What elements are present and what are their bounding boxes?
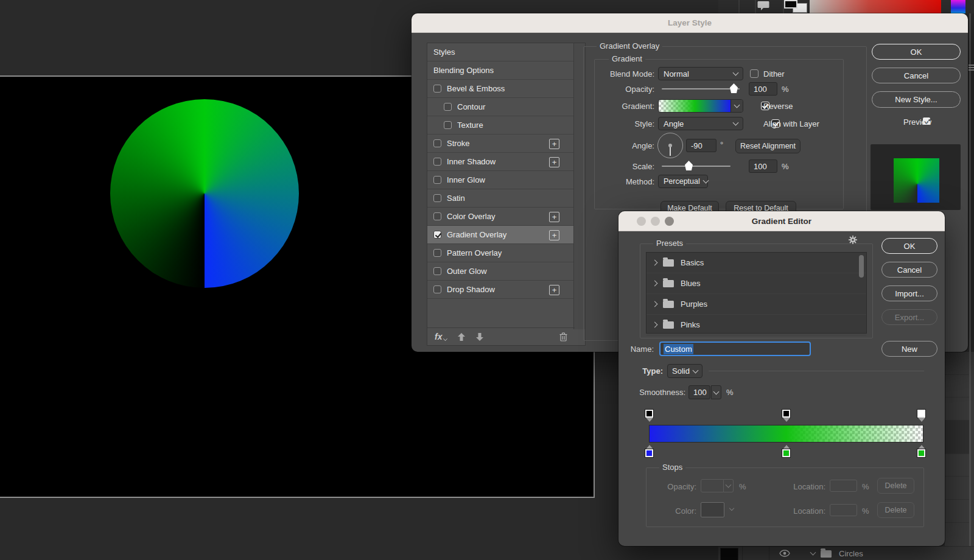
styles-list-item-color-overlay[interactable]: Color Overlay+: [427, 208, 575, 226]
ge-ok-button[interactable]: OK: [881, 238, 937, 254]
opacity-stop-100[interactable]: [917, 410, 925, 422]
blend-mode-dropdown[interactable]: Normal: [658, 67, 743, 80]
method-dropdown[interactable]: Perceptual: [658, 175, 708, 188]
opacity-stop-50[interactable]: [782, 410, 790, 422]
import-button[interactable]: Import...: [881, 285, 937, 301]
smoothness-dropdown[interactable]: [711, 385, 721, 399]
reset-alignment-button[interactable]: Reset Alignment: [735, 139, 801, 153]
color-stop-green-end[interactable]: [917, 445, 925, 457]
layer-visibility-eye-icon[interactable]: [779, 550, 790, 557]
presets-gear-menu-icon[interactable]: [849, 236, 858, 245]
preview-label: Preview: [903, 117, 931, 127]
zoom-window-icon[interactable]: [665, 217, 674, 226]
color-stop-blue[interactable]: [645, 445, 653, 457]
style-dropdown[interactable]: Angle: [658, 117, 743, 130]
delete-color-stop-button[interactable]: Delete: [877, 502, 914, 518]
smoothness-value-field[interactable]: 100: [688, 385, 710, 399]
disclosure-chevron-icon[interactable]: [652, 281, 658, 287]
close-window-icon[interactable]: [637, 217, 646, 226]
foreground-color-swatch[interactable]: [784, 0, 797, 9]
export-button[interactable]: Export...: [881, 309, 937, 325]
opacity-slider-track[interactable]: [662, 88, 740, 89]
angle-dial[interactable]: [657, 133, 683, 158]
new-style-button[interactable]: New Style...: [872, 91, 961, 108]
opacity-stop-0[interactable]: [645, 410, 653, 422]
layers-panel-group-row[interactable]: Circles: [718, 546, 974, 560]
hue-slider-strip[interactable]: [951, 0, 965, 13]
new-preset-button[interactable]: New: [881, 341, 937, 357]
disclosure-chevron-icon[interactable]: [652, 322, 658, 328]
effect-checkbox[interactable]: [444, 103, 452, 111]
gradient-picker-dropdown[interactable]: [730, 100, 743, 112]
effect-checkbox[interactable]: [433, 176, 441, 184]
presets-scrollbar[interactable]: [859, 255, 864, 278]
effect-checkbox[interactable]: [433, 285, 441, 293]
styles-list-item-drop-shadow[interactable]: Drop Shadow+: [427, 281, 575, 299]
stop-opacity-dropdown[interactable]: [724, 479, 734, 492]
move-effect-up-icon[interactable]: [457, 333, 466, 341]
styles-list-item-pattern-overlay[interactable]: Pattern Overlay: [427, 244, 575, 262]
gradient-preview-bar[interactable]: [649, 425, 923, 443]
disclosure-chevron-icon[interactable]: [652, 301, 658, 307]
opacity-value-field[interactable]: 100: [749, 82, 777, 96]
add-effect-instance-icon[interactable]: +: [549, 157, 559, 167]
effect-checkbox[interactable]: [433, 139, 441, 147]
stop-color-location-field[interactable]: [830, 504, 857, 516]
fx-menu-icon[interactable]: fx: [435, 332, 442, 341]
styles-list-item-outer-glow[interactable]: Outer Glow: [427, 262, 575, 281]
effect-checkbox[interactable]: [433, 212, 441, 220]
layer-style-titlebar[interactable]: Layer Style: [412, 13, 968, 33]
gradient-swatch-control[interactable]: [658, 99, 743, 113]
ge-cancel-button[interactable]: Cancel: [881, 262, 937, 278]
ok-button[interactable]: OK: [872, 44, 961, 60]
delete-opacity-stop-button[interactable]: Delete: [877, 478, 914, 494]
effect-checkbox[interactable]: [433, 231, 441, 239]
styles-list-item-gradient-overlay[interactable]: Gradient Overlay+: [427, 226, 575, 244]
add-effect-instance-icon[interactable]: +: [549, 285, 559, 295]
delete-effect-trash-icon[interactable]: [559, 332, 567, 341]
stop-opacity-location-field[interactable]: [830, 480, 857, 492]
effect-checkbox[interactable]: [444, 121, 452, 129]
angle-value-field[interactable]: -90: [686, 139, 716, 152]
dither-checkbox[interactable]: [750, 69, 759, 78]
effect-checkbox[interactable]: [433, 85, 441, 93]
preset-folder-row-blues[interactable]: Blues: [646, 273, 866, 294]
styles-list-item-styles[interactable]: Styles: [427, 43, 575, 61]
add-effect-instance-icon[interactable]: +: [549, 230, 559, 240]
comment-bubble-icon[interactable]: [757, 1, 769, 11]
effect-checkbox[interactable]: [433, 249, 441, 257]
disclosure-chevron-icon[interactable]: [652, 260, 658, 266]
styles-list-item-texture[interactable]: Texture: [427, 116, 575, 135]
minimize-window-icon[interactable]: [651, 217, 660, 226]
layer-group-name[interactable]: Circles: [839, 549, 863, 558]
styles-list-item-inner-shadow[interactable]: Inner Shadow+: [427, 153, 575, 171]
scale-slider-track[interactable]: [662, 166, 730, 167]
layer-thumbnail[interactable]: [720, 548, 738, 560]
color-stop-green-mid[interactable]: [782, 445, 790, 457]
styles-list-item-blending-options[interactable]: Blending Options: [427, 61, 575, 80]
panel-menu-icon[interactable]: [969, 65, 974, 72]
type-dropdown[interactable]: Solid: [667, 364, 702, 378]
add-effect-instance-icon[interactable]: +: [549, 139, 559, 149]
move-effect-down-icon[interactable]: [475, 333, 484, 341]
scale-value-field[interactable]: 100: [749, 159, 777, 173]
preset-folder-row-pinks[interactable]: Pinks: [646, 315, 866, 335]
styles-list-item-stroke[interactable]: Stroke+: [427, 135, 575, 153]
group-expand-chevron-icon[interactable]: [810, 550, 816, 556]
styles-list-item-bevel-emboss[interactable]: Bevel & Emboss: [427, 80, 575, 98]
styles-list-item-contour[interactable]: Contour: [427, 98, 575, 116]
color-saturation-ramp[interactable]: [810, 0, 941, 13]
preset-folder-row-basics[interactable]: Basics: [646, 253, 866, 273]
effect-checkbox[interactable]: [433, 267, 441, 275]
styles-list-item-satin[interactable]: Satin: [427, 189, 575, 208]
add-effect-instance-icon[interactable]: +: [549, 212, 559, 222]
gradient-swatch[interactable]: [659, 100, 730, 112]
styles-list-item-inner-glow[interactable]: Inner Glow: [427, 171, 575, 189]
preset-folder-row-purples[interactable]: Purples: [646, 294, 866, 315]
gradient-name-input[interactable]: Custom: [659, 341, 811, 356]
effect-checkbox[interactable]: [433, 158, 441, 166]
effect-checkbox[interactable]: [433, 194, 441, 202]
stop-color-swatch[interactable]: [701, 502, 724, 517]
cancel-button[interactable]: Cancel: [872, 68, 961, 83]
stop-opacity-field[interactable]: [701, 479, 724, 492]
